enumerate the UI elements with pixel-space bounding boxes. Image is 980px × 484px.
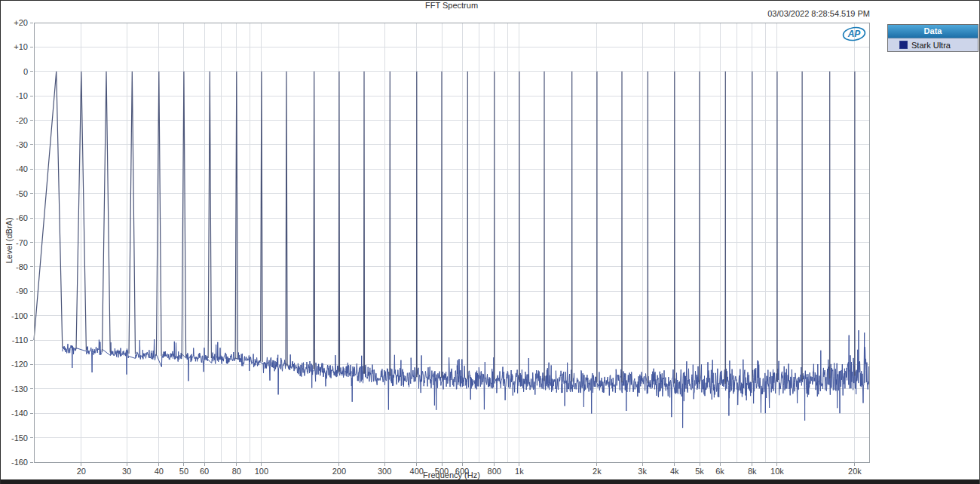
legend-panel: Data Stark Ultra bbox=[887, 24, 978, 52]
svg-text:-140: -140 bbox=[11, 409, 28, 418]
svg-text:-30: -30 bbox=[16, 140, 28, 149]
legend-header: Data bbox=[888, 25, 978, 38]
svg-text:-10: -10 bbox=[16, 91, 28, 100]
svg-text:-80: -80 bbox=[16, 262, 28, 271]
app-window: FFT Spectrum 03/03/2022 8:28:54.519 PM 2… bbox=[0, 0, 980, 484]
svg-text:-70: -70 bbox=[16, 238, 28, 247]
svg-text:-130: -130 bbox=[11, 384, 28, 394]
svg-text:-90: -90 bbox=[16, 286, 28, 296]
ap-logo-icon: AP bbox=[842, 26, 866, 41]
svg-text:-110: -110 bbox=[12, 335, 28, 345]
svg-text:-100: -100 bbox=[11, 311, 28, 320]
svg-text:-160: -160 bbox=[11, 458, 28, 467]
svg-text:-50: -50 bbox=[16, 189, 28, 198]
plot-area[interactable]: 2030405060801002003004005006008001k2k3k4… bbox=[1, 1, 980, 484]
series-color-swatch bbox=[899, 41, 908, 49]
y-axis-title: Level (dBrA) bbox=[5, 217, 14, 263]
legend-series-row[interactable]: Stark Ultra bbox=[888, 38, 978, 51]
svg-text:+20: +20 bbox=[14, 18, 28, 27]
tone-peaks bbox=[34, 72, 855, 384]
svg-text:+10: +10 bbox=[14, 42, 28, 51]
y-tick-labels: +20+100-10-20-30-40-50-60-70-80-90-100-1… bbox=[11, 18, 33, 467]
svg-text:AP: AP bbox=[847, 29, 862, 39]
x-axis-title: Frequency (Hz) bbox=[34, 470, 869, 479]
svg-text:0: 0 bbox=[23, 67, 28, 76]
svg-text:-120: -120 bbox=[11, 360, 28, 369]
legend-series-label: Stark Ultra bbox=[911, 41, 951, 50]
svg-text:-150: -150 bbox=[11, 433, 28, 443]
svg-text:-20: -20 bbox=[16, 116, 28, 125]
svg-text:-40: -40 bbox=[16, 164, 28, 173]
window-bottom-border bbox=[1, 479, 979, 484]
svg-text:-60: -60 bbox=[16, 213, 28, 222]
